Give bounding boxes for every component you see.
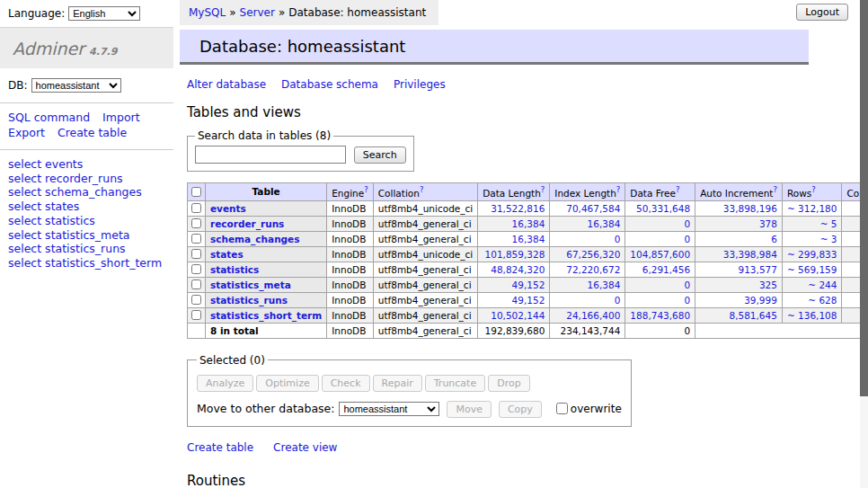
action-link-database-schema[interactable]: Database schema [281, 78, 378, 91]
column-help-link[interactable]: ? [773, 185, 777, 194]
data-length-cell-link[interactable]: 10,502,144 [491, 310, 545, 321]
create-link-create-view[interactable]: Create view [273, 441, 337, 454]
index-length-cell-link[interactable]: 70,467,584 [566, 203, 620, 214]
create-link-create-table[interactable]: Create table [187, 441, 253, 454]
sidebar-menu-export[interactable]: Export [8, 126, 45, 139]
column-help-link[interactable]: ? [676, 185, 680, 194]
repair-button[interactable]: Repair [373, 375, 422, 392]
index-length-cell-link[interactable]: 24,166,400 [566, 310, 620, 321]
sidebar-menu-sql-command[interactable]: SQL command [8, 111, 90, 124]
index-length-cell-link[interactable]: 16,384 [588, 218, 621, 229]
sidebar-item-states[interactable]: select states [8, 200, 173, 214]
rows-cell-link[interactable]: ~ 299,833 [787, 249, 837, 260]
row-checkbox[interactable] [191, 203, 201, 213]
move-db-select[interactable]: homeassistant [339, 402, 439, 416]
auto-increment-cell-link[interactable]: 33,398,984 [723, 249, 777, 260]
data-free-cell-link[interactable]: 0 [684, 218, 690, 229]
rows-cell-link[interactable]: ~ 312,180 [787, 203, 837, 214]
sidebar-item-events[interactable]: select events [8, 158, 173, 172]
overwrite-checkbox[interactable] [556, 403, 568, 414]
index-length-cell-link[interactable]: 67,256,320 [566, 249, 620, 260]
analyze-button[interactable]: Analyze [197, 375, 253, 392]
table-link-events[interactable]: events [210, 203, 246, 214]
index-length-cell-link[interactable]: 0 [615, 295, 621, 306]
search-button[interactable]: Search [354, 146, 406, 164]
rows-cell-link[interactable]: ~ 569,159 [787, 264, 837, 275]
table-link-statistics_short_term[interactable]: statistics_short_term [210, 310, 322, 321]
data-free-cell-link[interactable]: 104,857,600 [630, 249, 690, 260]
breadcrumb-link-mysql[interactable]: MySQL [189, 6, 226, 19]
data-length-cell-link[interactable]: 49,152 [512, 295, 545, 306]
sidebar-item-statistics_meta[interactable]: select statistics_meta [8, 229, 173, 243]
table-link-statistics_runs[interactable]: statistics_runs [210, 295, 288, 306]
rows-cell-link[interactable]: ~ 136,108 [787, 310, 837, 321]
column-help-link[interactable]: ? [420, 185, 424, 194]
data-free-cell-link[interactable]: 50,331,648 [636, 203, 690, 214]
table-link-statistics[interactable]: statistics [210, 264, 259, 275]
action-link-privileges[interactable]: Privileges [394, 78, 446, 91]
data-length-cell-link[interactable]: 101,859,328 [485, 249, 545, 260]
sidebar-item-schema_changes[interactable]: select schema_changes [8, 186, 173, 200]
auto-increment-cell-link[interactable]: 6 [771, 234, 777, 244]
sidebar-menu-import[interactable]: Import [102, 111, 140, 124]
index-length-cell-link[interactable]: 72,220,672 [566, 264, 620, 275]
auto-increment-cell-link[interactable]: 33,898,196 [723, 203, 777, 214]
search-input[interactable] [195, 146, 346, 164]
table-link-schema_changes[interactable]: schema_changes [210, 234, 300, 244]
data-free-cell-link[interactable]: 0 [684, 295, 690, 306]
sidebar-menu-create-table[interactable]: Create table [58, 126, 127, 139]
auto-increment-cell-link[interactable]: 39,999 [744, 295, 777, 306]
data-free-cell-link[interactable]: 0 [684, 234, 690, 244]
index-length-cell-link[interactable]: 0 [615, 234, 621, 244]
move-button[interactable]: Move [447, 401, 492, 418]
sidebar-item-recorder_runs[interactable]: select recorder_runs [8, 173, 173, 186]
row-checkbox[interactable] [191, 249, 201, 259]
scrollbar-thumb[interactable] [860, 0, 868, 396]
row-checkbox[interactable] [191, 310, 201, 320]
db-select[interactable]: homeassistant [31, 78, 121, 93]
table-link-states[interactable]: states [210, 249, 244, 260]
scrollbar-track[interactable] [860, 0, 868, 488]
data-length-cell-link[interactable]: 48,824,320 [491, 264, 545, 275]
truncate-button[interactable]: Truncate [425, 375, 485, 392]
index-length-cell-link[interactable]: 16,384 [588, 279, 621, 290]
rows-cell-link[interactable]: ~ 244 [808, 279, 837, 290]
sidebar-item-statistics[interactable]: select statistics [8, 215, 173, 228]
row-checkbox[interactable] [191, 234, 201, 244]
data-length-cell-link[interactable]: 31,522,816 [491, 203, 545, 214]
auto-increment-cell-link[interactable]: 325 [759, 279, 777, 290]
column-help-link[interactable]: ? [811, 185, 816, 194]
row-checkbox[interactable] [191, 218, 201, 228]
breadcrumb-link-server[interactable]: Server [240, 6, 275, 19]
column-help-link[interactable]: ? [364, 185, 368, 194]
auto-increment-cell-link[interactable]: 378 [759, 218, 777, 229]
table-link-recorder_runs[interactable]: recorder_runs [210, 218, 284, 229]
data-free-cell-link[interactable]: 0 [684, 279, 690, 290]
row-checkbox[interactable] [191, 295, 201, 305]
data-length-cell-link[interactable]: 16,384 [512, 218, 545, 229]
data-length-cell-link[interactable]: 16,384 [512, 234, 545, 244]
optimize-button[interactable]: Optimize [256, 375, 318, 392]
auto-increment-cell-link[interactable]: 913,577 [739, 264, 777, 275]
adminer-logo-text[interactable]: Adminer [13, 39, 84, 58]
action-link-alter-database[interactable]: Alter database [187, 78, 266, 91]
logout-button[interactable]: Logout [796, 4, 848, 21]
data-free-cell-link[interactable]: 188,743,680 [630, 310, 690, 321]
sidebar-item-statistics_runs[interactable]: select statistics_runs [8, 243, 173, 256]
copy-button[interactable]: Copy [499, 401, 542, 418]
rows-cell-link[interactable]: ~ 628 [808, 295, 837, 306]
check-button[interactable]: Check [322, 375, 370, 392]
table-link-statistics_meta[interactable]: statistics_meta [210, 279, 291, 290]
select-all-checkbox[interactable] [191, 187, 201, 197]
language-select[interactable]: English [68, 6, 140, 21]
auto-increment-cell-link[interactable]: 8,581,645 [729, 310, 776, 321]
rows-cell-link[interactable]: ~ 5 [820, 218, 837, 229]
rows-cell-link[interactable]: ~ 3 [820, 234, 837, 244]
row-checkbox[interactable] [191, 279, 201, 289]
row-checkbox[interactable] [191, 264, 201, 274]
column-help-link[interactable]: ? [616, 185, 621, 194]
column-help-link[interactable]: ? [541, 185, 545, 194]
data-free-cell-link[interactable]: 6,291,456 [642, 264, 690, 275]
sidebar-item-statistics_short_term[interactable]: select statistics_short_term [8, 257, 173, 271]
data-length-cell-link[interactable]: 49,152 [512, 279, 545, 290]
